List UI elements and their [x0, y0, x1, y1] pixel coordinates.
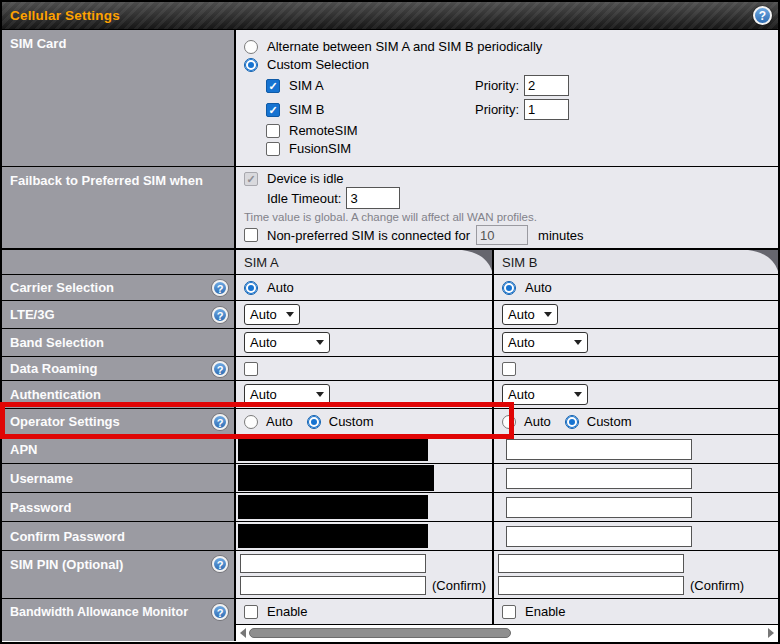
scroll-right-arrow-icon[interactable]: [768, 628, 774, 638]
sim-pin-sim-b-confirm-input[interactable]: [498, 576, 684, 595]
sim-pin-sim-b-input[interactable]: [498, 554, 684, 573]
lte-3g-label: LTE/3G: [10, 306, 212, 323]
bandwidth-sim-b-enable-checkbox[interactable]: [502, 605, 516, 619]
operator-sim-a-custom-label: Custom: [329, 414, 374, 429]
idle-timeout-line: Idle Timeout:: [267, 187, 770, 209]
lte-sim-b-cell: Auto: [494, 300, 778, 328]
lte-sim-a-select[interactable]: Auto: [244, 304, 300, 325]
lte-sim-b-select[interactable]: Auto: [502, 304, 558, 325]
custom-selection-option-label: Custom Selection: [267, 57, 369, 72]
band-sim-a-select[interactable]: Auto: [244, 332, 330, 353]
data-roaming-help-icon[interactable]: ?: [212, 361, 228, 377]
sim-a-column-header: SIM A: [236, 248, 494, 274]
data-roaming-label-cell: Data Roaming ?: [2, 356, 236, 380]
authentication-row: Authentication Auto Auto: [2, 380, 778, 408]
operator-sim-b-custom-label: Custom: [587, 414, 632, 429]
lte-3g-help-icon[interactable]: ?: [212, 307, 228, 323]
sim-pin-sim-a-confirm-label: (Confirm): [432, 578, 486, 593]
apn-row: APN: [2, 434, 778, 463]
apn-sim-a-cell: [236, 434, 494, 463]
horizontal-scrollbar[interactable]: [236, 624, 778, 641]
operator-sim-b-auto-label: Auto: [524, 414, 551, 429]
corner-fold-icon: [748, 250, 778, 271]
operator-sim-b-auto-radio[interactable]: [502, 415, 516, 429]
scrollbar-left-filler: [2, 624, 236, 641]
sim-card-content: Alternate between SIM A and SIM B period…: [236, 30, 778, 166]
bandwidth-sim-b-cell: Enable: [494, 598, 778, 624]
failback-label-cell: Failback to Preferred SIM when: [2, 166, 236, 248]
remote-sim-checkbox[interactable]: [266, 124, 280, 138]
scroll-left-arrow-icon[interactable]: [240, 628, 246, 638]
bandwidth-sim-a-enable-label: Enable: [267, 604, 307, 619]
auth-sim-b-cell: Auto: [494, 380, 778, 408]
auth-sim-b-select[interactable]: Auto: [502, 384, 588, 405]
custom-selection-option[interactable]: Custom Selection: [244, 57, 770, 72]
cellular-settings-panel: Cellular Settings ? SIM Card Alternate b…: [0, 0, 780, 644]
operator-sim-a-custom-radio[interactable]: [307, 415, 321, 429]
authentication-label: Authentication: [10, 386, 230, 403]
sim-a-priority-input[interactable]: [524, 75, 569, 96]
apn-sim-b-input[interactable]: [506, 439, 692, 460]
chevron-down-icon: [574, 392, 582, 397]
sim-a-checkbox[interactable]: ✓: [266, 79, 280, 93]
alternate-sim-option-label: Alternate between SIM A and SIM B period…: [267, 39, 542, 54]
device-idle-checkbox: ✓: [244, 172, 258, 186]
data-roaming-row: Data Roaming ?: [2, 356, 778, 380]
idle-timeout-input[interactable]: [346, 187, 400, 209]
failback-label: Failback to Preferred SIM when: [10, 172, 230, 189]
bandwidth-sim-a-enable-checkbox[interactable]: [244, 605, 258, 619]
sim-pin-sim-b-confirm-label: (Confirm): [690, 578, 744, 593]
password-sim-a-cell: [236, 492, 494, 521]
roaming-sim-a-checkbox[interactable]: [244, 362, 258, 376]
alternate-sim-radio[interactable]: [244, 40, 258, 54]
carrier-sim-a-auto-radio[interactable]: [244, 281, 258, 295]
alternate-sim-option[interactable]: Alternate between SIM A and SIM B period…: [244, 39, 770, 54]
confirm-password-sim-a-redacted-input[interactable]: [238, 524, 428, 548]
carrier-selection-label-cell: Carrier Selection ?: [2, 274, 236, 300]
non-preferred-option: Non-preferred SIM is connected for minut…: [244, 225, 770, 245]
chevron-down-icon: [286, 312, 294, 317]
password-sim-b-input[interactable]: [506, 497, 692, 518]
sim-card-label: SIM Card: [10, 35, 230, 52]
non-preferred-checkbox[interactable]: [244, 228, 258, 242]
fusion-sim-option: FusionSIM: [266, 141, 770, 156]
confirm-password-sim-b-cell: [494, 521, 778, 550]
bandwidth-monitor-label: Bandwidth Allowance Monitor: [10, 603, 212, 620]
operator-sim-a-auto-radio[interactable]: [244, 415, 258, 429]
carrier-selection-label: Carrier Selection: [10, 279, 212, 296]
fusion-sim-checkbox[interactable]: [266, 142, 280, 156]
sim-pin-sim-a-input[interactable]: [240, 554, 426, 573]
roaming-sim-b-checkbox[interactable]: [502, 362, 516, 376]
confirm-password-sim-b-input[interactable]: [506, 526, 692, 547]
sim-b-priority-label: Priority:: [475, 102, 519, 117]
sim-b-priority-input[interactable]: [524, 99, 569, 120]
failback-note: Time value is global. A change will affe…: [244, 211, 770, 223]
band-sim-b-select[interactable]: Auto: [502, 332, 588, 353]
help-icon[interactable]: ?: [753, 6, 772, 25]
custom-selection-radio[interactable]: [244, 58, 258, 72]
scrollbar-thumb[interactable]: [249, 628, 511, 638]
operator-settings-label: Operator Settings: [10, 413, 212, 430]
password-sim-a-redacted-input[interactable]: [238, 495, 428, 519]
carrier-sim-b-auto-label: Auto: [525, 280, 552, 295]
apn-sim-a-redacted-input[interactable]: [238, 437, 428, 461]
carrier-sim-b-auto-radio[interactable]: [502, 281, 516, 295]
confirm-password-label-cell: Confirm Password: [2, 521, 236, 550]
lte-3g-row: LTE/3G ? Auto Auto: [2, 300, 778, 328]
sim-b-checkbox[interactable]: ✓: [266, 103, 280, 117]
auth-sim-a-cell: Auto: [236, 380, 494, 408]
band-selection-label-cell: Band Selection: [2, 328, 236, 356]
carrier-selection-help-icon[interactable]: ?: [212, 280, 228, 296]
sim-pin-row: SIM PIN (Optional) ? (Confirm) (Confirm): [2, 550, 778, 598]
sim-pin-label-cell: SIM PIN (Optional) ?: [2, 550, 236, 598]
username-sim-b-input[interactable]: [506, 468, 692, 489]
operator-settings-help-icon[interactable]: ?: [212, 414, 228, 430]
sim-pin-sim-a-confirm-input[interactable]: [240, 576, 426, 595]
apn-label-cell: APN: [2, 434, 236, 463]
bandwidth-monitor-help-icon[interactable]: ?: [212, 604, 228, 620]
operator-sim-b-custom-radio[interactable]: [565, 415, 579, 429]
data-roaming-label: Data Roaming: [10, 360, 212, 377]
auth-sim-a-select[interactable]: Auto: [244, 384, 330, 405]
sim-pin-help-icon[interactable]: ?: [212, 556, 228, 572]
username-sim-a-redacted-input[interactable]: [238, 465, 434, 491]
